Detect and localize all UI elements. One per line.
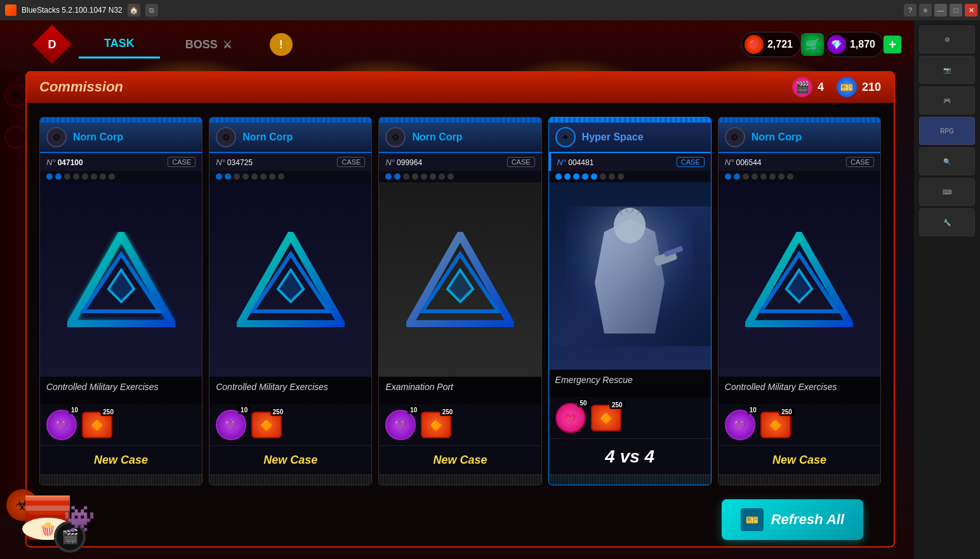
- reward-count-red-3: 250: [440, 408, 456, 416]
- case-badge-3: CASE: [507, 157, 535, 167]
- menu-button[interactable]: ≡: [919, 4, 932, 17]
- case-row-1: N° 047100 CASE: [40, 153, 202, 171]
- ticket-currency-icon: 🎫: [837, 77, 857, 97]
- sidebar-camera-btn[interactable]: 📷: [919, 56, 975, 84]
- norn-logo-svg-3: [406, 232, 514, 327]
- reward-red-4: 🔶 250: [591, 405, 621, 431]
- dot-1-5: [82, 173, 88, 180]
- reward-count-red-5: 250: [779, 408, 795, 416]
- sidebar-chart-btn[interactable]: RPG: [919, 117, 975, 145]
- reward-count-purple-5: 10: [747, 406, 759, 414]
- card-top-strip-3: [379, 118, 541, 123]
- card-top-strip-2: [209, 118, 371, 123]
- cart-icon[interactable]: 🛒: [801, 33, 824, 56]
- film-currency-icon: 🎬: [792, 77, 812, 97]
- reward-pink-4: 💗 50: [555, 403, 586, 433]
- reward-count-red-2: 250: [270, 408, 286, 416]
- reward-count-pink-4: 50: [577, 399, 589, 407]
- character-svg-4: [566, 206, 693, 346]
- corp-icon-1: ⚙: [46, 127, 67, 147]
- purple-currency-value: 1,870: [850, 39, 875, 50]
- card-dots-4: [549, 171, 711, 182]
- corp-name-5: Norn Corp: [752, 131, 802, 143]
- mission-card-3[interactable]: ⚙ Norn Corp N° 099964 CASE: [378, 117, 541, 485]
- sidebar-keyboard-btn[interactable]: ⌨: [919, 178, 975, 206]
- case-number-4: N° 004481: [557, 158, 594, 167]
- purple-currency-display: 💎 1,870: [824, 32, 884, 57]
- ticket-currency: 🎫 210: [837, 77, 881, 97]
- card-top-strip-4: [549, 118, 711, 123]
- case-number-1: N° 047100: [46, 158, 83, 167]
- boss-tab[interactable]: BOSS ⚔: [160, 32, 257, 58]
- reward-purple-1: 💜 10: [46, 410, 77, 440]
- card-barcode-5: [718, 475, 880, 485]
- card-action-3[interactable]: New Case: [379, 445, 541, 475]
- corp-icon-4: ✦: [555, 127, 576, 147]
- pink-gem-icon-4: 💗: [555, 403, 586, 433]
- card-barcode-2: [209, 475, 371, 485]
- case-number-5: N° 006544: [725, 158, 762, 167]
- new-case-btn-3[interactable]: New Case: [433, 454, 487, 467]
- dot-1-2: [55, 173, 62, 180]
- norn-logo-svg-5: [745, 232, 853, 327]
- case-badge-4: CASE: [677, 157, 705, 167]
- reward-red-3: 🔶 250: [421, 412, 451, 438]
- help-button[interactable]: ?: [904, 4, 917, 17]
- game-area: D TASK BOSS ⚔ ! 🔴 2,721 🛒 💎 1,870 +: [0, 20, 914, 559]
- svg-marker-11: [447, 270, 473, 302]
- card-action-5[interactable]: New Case: [718, 445, 880, 475]
- dot-1-7: [100, 173, 106, 180]
- card-image-1: [40, 182, 202, 377]
- refresh-all-icon: 🎫: [741, 508, 764, 531]
- mission-name-5: Controlled Military Exercises: [718, 377, 880, 405]
- card-image-5: [718, 182, 880, 377]
- case-badge-2: CASE: [337, 157, 365, 167]
- dot-1-3: [64, 173, 70, 180]
- mission-card-2[interactable]: ⚙ Norn Corp N° 034725 CASE: [209, 117, 372, 485]
- mission-card-1[interactable]: ⚙ Norn Corp N° 047100 CASE: [39, 117, 202, 485]
- reward-red-1: 🔶 250: [82, 412, 112, 438]
- card-dots-2: [209, 171, 371, 182]
- close-button[interactable]: ✕: [965, 4, 977, 17]
- game-logo: D: [32, 25, 72, 64]
- alert-button[interactable]: !: [270, 33, 293, 56]
- vs-btn-4[interactable]: 4 vs 4: [605, 447, 654, 467]
- corp-name-3: Norn Corp: [412, 131, 462, 143]
- minimize-button[interactable]: —: [934, 4, 947, 17]
- sidebar-gamepad-btn[interactable]: 🎮: [919, 86, 975, 114]
- maximize-button[interactable]: □: [950, 4, 962, 17]
- cards-container: ⚙ Norn Corp N° 047100 CASE: [33, 104, 887, 540]
- card-header-3: ⚙ Norn Corp: [379, 123, 541, 153]
- task-tab[interactable]: TASK: [79, 30, 160, 58]
- mission-name-4: Emergency Rescue: [549, 370, 711, 398]
- sidebar-tool-btn[interactable]: 🔧: [919, 208, 975, 236]
- corp-icon-2: ⚙: [216, 127, 236, 147]
- mission-name-1: Controlled Military Exercises: [40, 377, 202, 405]
- mission-card-4[interactable]: ✦ Hyper Space N° 004481 CASE: [548, 117, 712, 485]
- char-illustration-4: [549, 206, 711, 346]
- new-case-btn-2[interactable]: New Case: [263, 454, 317, 467]
- purple-character-icon: 👾: [63, 504, 95, 534]
- reward-purple-5: 💜 10: [725, 410, 755, 440]
- add-currency-button[interactable]: +: [884, 36, 901, 53]
- commission-header: Commission 🎬 4 🎫 210: [27, 71, 894, 103]
- refresh-all-button[interactable]: 🎫 Refresh All: [722, 499, 863, 540]
- sidebar-search-btn[interactable]: 🔍: [919, 147, 975, 175]
- norn-logo-svg-1: [67, 232, 175, 327]
- new-case-btn-1[interactable]: New Case: [94, 454, 148, 467]
- purple-gem-icon-3: 💜: [385, 410, 416, 440]
- card-action-4[interactable]: 4 vs 4: [549, 438, 711, 475]
- film-currency-value: 4: [818, 81, 824, 94]
- dot-1-6: [91, 173, 97, 180]
- home-icon[interactable]: 🏠: [128, 4, 140, 17]
- boss-icon: ⚔: [223, 39, 232, 51]
- copy-icon[interactable]: ⧉: [145, 4, 158, 17]
- purple-currency-icon: 💎: [827, 35, 846, 54]
- mission-card-5[interactable]: ⚙ Norn Corp N° 006544 CASE: [718, 117, 881, 485]
- card-action-2[interactable]: New Case: [209, 445, 371, 475]
- card-top-strip-5: [718, 118, 880, 123]
- new-case-btn-5[interactable]: New Case: [772, 454, 826, 467]
- card-image-4: [549, 182, 711, 370]
- card-rewards-3: 💜 10 🔶 250: [379, 405, 541, 445]
- sidebar-settings-btn[interactable]: ⚙: [919, 25, 975, 53]
